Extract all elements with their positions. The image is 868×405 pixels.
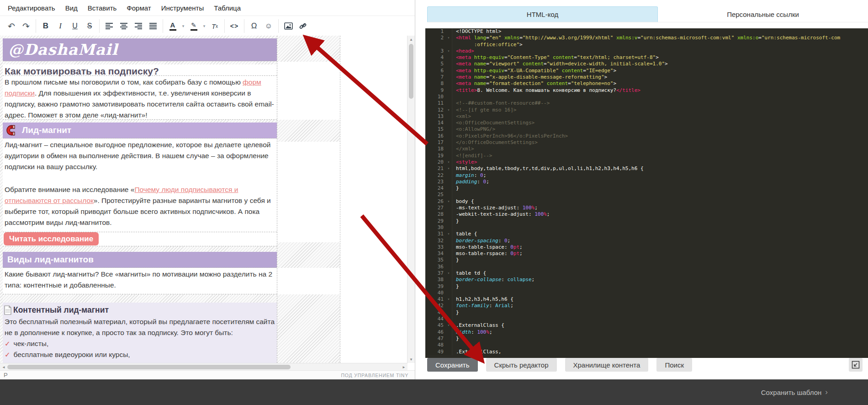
email-section-magnet-types[interactable]: Виды лид-магнитов: [3, 252, 277, 268]
code-line: 14<o:OfficeDocumentSettings>: [425, 120, 868, 126]
checkmark-icon: ✓: [5, 338, 11, 349]
strikethrough-icon[interactable]: S: [82, 19, 97, 33]
code-line: 40: [425, 290, 868, 296]
code-line: 48: [425, 342, 868, 348]
menu-view[interactable]: Вид: [60, 2, 83, 14]
scroll-up-icon[interactable]: ▲: [408, 36, 415, 43]
code-line: 21▾html,body,table,tbody,tr,td,div,p,ul,…: [425, 165, 868, 172]
bold-icon[interactable]: B: [38, 19, 53, 33]
email-paragraph-4[interactable]: Какие бывают лид-магниты? Все «магниты» …: [3, 268, 277, 294]
menu-edit[interactable]: Редактировать: [3, 2, 60, 14]
email-section-lead-magnet[interactable]: Лид-магнит: [3, 123, 277, 139]
code-panel-tabs: HTML-код Персональные ссылки: [427, 6, 868, 22]
fold-toggle-icon[interactable]: ▾: [445, 296, 452, 303]
fold-toggle-icon[interactable]: ▾: [445, 48, 452, 54]
code-line: 27-ms-text-size-adjust: 100%;: [425, 205, 868, 211]
canvas-vertical-scrollbar[interactable]: ▲ ▼: [407, 36, 415, 363]
align-right-icon[interactable]: [131, 19, 146, 33]
undo-icon[interactable]: ↶: [4, 19, 19, 33]
code-line: 5<meta name="viewport" content="width=de…: [425, 61, 868, 67]
email-paragraph-5: Это бесплатный полезный материал, которы…: [3, 315, 277, 338]
app-window: Редактировать Вид Вставить Формат Инстру…: [0, 0, 868, 405]
email-heading-block[interactable]: Как мотивировать на подписку?: [3, 64, 277, 76]
code-line: 19<![endif]-->: [425, 153, 868, 159]
code-line: 13<xml>: [425, 113, 868, 120]
code-line: 45▾.ExternalClass {: [425, 322, 868, 329]
highlight-color-chevron-icon[interactable]: ▾: [201, 19, 207, 33]
scroll-down-icon[interactable]: ▼: [408, 356, 415, 363]
save-template-link[interactable]: Сохранить шаблон ›: [761, 388, 828, 397]
code-line: 11<!--##custom-font-resource##-->: [425, 100, 868, 107]
email-paragraphs-2-3[interactable]: Лид-магнит – специальное выгодное предло…: [3, 139, 277, 232]
email-heading: Как мотивировать на подписку?: [3, 64, 277, 77]
highlight-color-icon[interactable]: ✎: [186, 19, 201, 33]
search-button[interactable]: Поиск: [656, 358, 692, 372]
email-canvas[interactable]: @DashaMail Как мотивировать на подписку?…: [0, 36, 408, 363]
code-line: 41▾h1,h2,h3,h4,h5,h6 {: [425, 296, 868, 303]
fold-toggle-icon[interactable]: ▾: [445, 322, 452, 329]
element-path[interactable]: P: [4, 372, 8, 378]
email-paragraph-2: Лид-магнит – специальное выгодное предло…: [3, 139, 277, 172]
html-source-editor[interactable]: 1<!DOCTYPE html>2▾<html lang="en" xmlns=…: [425, 28, 868, 358]
code-line: 16<o:PixelsPerInch>96</o:PixelsPerInch>: [425, 133, 868, 139]
section-title: Виды лид-магнитов: [7, 255, 94, 265]
email-content-magnet-block[interactable]: Контентный лид-магнит Это бесплатный пол…: [3, 303, 277, 363]
special-character-icon[interactable]: Ω: [247, 19, 261, 33]
italic-icon[interactable]: I: [53, 19, 68, 33]
canvas-horizontal-scrollbar[interactable]: ◄ ►: [0, 363, 408, 371]
checkmark-icon: ✓: [5, 349, 11, 360]
fold-toggle-icon[interactable]: ▾: [445, 107, 452, 113]
code-line: 17</o:OfficeDocumentSettings>: [425, 139, 868, 146]
align-justify-icon[interactable]: [146, 19, 160, 33]
code-line: 18</xml>: [425, 146, 868, 152]
fold-toggle-icon[interactable]: ▾: [445, 270, 452, 277]
resize-panel-button[interactable]: [849, 358, 863, 372]
fold-toggle-icon[interactable]: ▾: [445, 165, 452, 172]
dashamail-logo: @DashaMail: [8, 41, 118, 59]
insert-image-icon[interactable]: [281, 19, 296, 33]
fold-toggle-icon[interactable]: ▾: [445, 159, 452, 165]
email-sub-heading-row: Контентный лид-магнит: [3, 303, 277, 315]
align-left-icon[interactable]: [102, 19, 116, 33]
horizontal-scroll-thumb[interactable]: [7, 365, 291, 369]
menu-table[interactable]: Таблица: [209, 2, 246, 14]
code-line: 43}: [425, 309, 868, 316]
vertical-scroll-thumb[interactable]: [409, 44, 413, 99]
tab-personal-links[interactable]: Персональные ссылки: [658, 6, 868, 22]
underline-icon[interactable]: U: [68, 19, 82, 33]
emoticons-icon[interactable]: ☺: [261, 19, 276, 33]
tab-html-code[interactable]: HTML-код: [427, 6, 658, 22]
email-empty-column: [277, 36, 340, 363]
editor-menubar: Редактировать Вид Вставить Формат Инстру…: [0, 0, 415, 16]
fold-toggle-icon[interactable]: ▾: [445, 35, 452, 41]
menu-tools[interactable]: Инструменты: [156, 2, 209, 14]
email-paragraph-1[interactable]: В прошлом письме мы поговорили о том, ка…: [3, 76, 277, 120]
menu-insert[interactable]: Вставить: [83, 2, 122, 14]
code-line: 31▾table {: [425, 231, 868, 237]
scroll-left-icon[interactable]: ◄: [0, 363, 7, 371]
email-sub-heading: Контентный лид-магнит: [13, 304, 109, 315]
menu-format[interactable]: Формат: [122, 2, 156, 14]
email-header-banner[interactable]: @DashaMail: [3, 38, 277, 61]
text-color-chevron-icon[interactable]: ▾: [180, 19, 186, 33]
insert-link-icon[interactable]: [296, 19, 310, 33]
code-line: 32border-spacing: 0;: [425, 238, 868, 244]
document-icon: [4, 305, 12, 315]
magnet-icon: [6, 124, 18, 136]
content-storage-button[interactable]: Хранилище контента: [565, 358, 649, 372]
code-line: 3▾<head>: [425, 48, 868, 54]
text-color-icon[interactable]: A: [165, 19, 180, 33]
source-code-icon[interactable]: <>: [227, 19, 242, 33]
fold-toggle-icon[interactable]: ▾: [445, 198, 452, 205]
read-research-button[interactable]: Читать исследование: [4, 232, 99, 245]
scroll-right-icon[interactable]: ►: [400, 363, 408, 371]
redo-icon[interactable]: ↷: [19, 19, 33, 33]
code-line: 12▾<!--[if gte mso 16]>: [425, 107, 868, 113]
code-line: 1<!DOCTYPE html>: [425, 28, 868, 35]
save-button[interactable]: Сохранить: [427, 358, 478, 372]
align-center-icon[interactable]: [116, 19, 131, 33]
fold-toggle-icon[interactable]: ▾: [445, 231, 452, 237]
hide-editor-button[interactable]: Скрыть редактор: [486, 358, 557, 372]
clear-formatting-icon[interactable]: Tx: [207, 19, 222, 33]
code-line: 8<meta name="format-detection" content="…: [425, 80, 868, 87]
